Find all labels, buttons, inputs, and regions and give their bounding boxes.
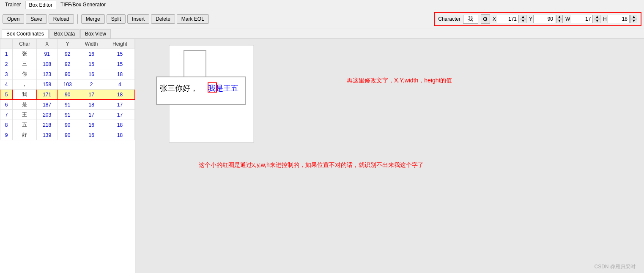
w-spin-down[interactable]: ▼	[594, 19, 600, 23]
col-header-x: X	[37, 39, 58, 49]
mark-eol-button[interactable]: Mark EOL	[177, 14, 209, 24]
table-row[interactable]: 6是187911817	[0, 100, 135, 110]
h-label: H	[603, 16, 607, 22]
cell-row-num: 1	[0, 49, 13, 59]
cell-row-num: 9	[0, 130, 13, 140]
cell-y: 90	[57, 120, 78, 130]
cell-width: 16	[78, 69, 105, 79]
watermark: CSDN @雁归采时	[594, 263, 636, 270]
cell-char: 五	[12, 120, 36, 130]
col-header-num	[0, 39, 13, 49]
reload-button[interactable]: Reload	[49, 14, 74, 24]
h-spinner[interactable]: ▲ ▼	[630, 15, 637, 23]
cell-row-num: 3	[0, 69, 13, 79]
main-layout: Char X Y Width Height 1张919216152三108921…	[0, 39, 644, 273]
annotation-bottom: 这个小的红圈是通过x,y,w,h来进控制的，如果位置不对的话，就识别不出来我这个…	[199, 161, 424, 169]
h-spin-down[interactable]: ▼	[630, 19, 637, 23]
table-row[interactable]: 2三108921515	[0, 59, 135, 69]
cell-height: 18	[105, 130, 134, 140]
char-editor: Character ⚙ X ▲ ▼ Y ▲ ▼ W ▲ ▼	[434, 12, 641, 26]
cell-x: 203	[37, 110, 58, 120]
cell-char: 我	[12, 90, 36, 100]
cell-height: 18	[105, 120, 134, 130]
y-spin-up[interactable]: ▲	[556, 15, 563, 19]
table-row[interactable]: 1张91921615	[0, 49, 135, 59]
w-spinner[interactable]: ▲ ▼	[594, 15, 600, 23]
y-input[interactable]	[533, 15, 555, 23]
table-row[interactable]: 5我171901718	[0, 90, 135, 100]
cell-row-num: 2	[0, 59, 13, 69]
cell-char: 好	[12, 130, 36, 140]
cell-y: 91	[57, 100, 78, 110]
table-row[interactable]: 9好139901618	[0, 130, 135, 140]
tab-bar: Box Coordinates Box Data Box View	[0, 28, 644, 39]
left-panel: Char X Y Width Height 1张919216152三108921…	[0, 39, 135, 273]
merge-button[interactable]: Merge	[81, 14, 105, 24]
cell-x: 187	[37, 100, 58, 110]
insert-button[interactable]: Insert	[127, 14, 149, 24]
cell-width: 17	[78, 90, 105, 100]
cell-x: 91	[37, 49, 58, 59]
menu-box-editor[interactable]: Box Editor	[25, 1, 56, 9]
cell-width: 17	[78, 110, 105, 120]
tab-box-coordinates[interactable]: Box Coordinates	[2, 29, 49, 38]
char-input[interactable]	[463, 15, 478, 24]
cell-height: 4	[105, 79, 134, 90]
y-spinner[interactable]: ▲ ▼	[556, 15, 563, 23]
x-input[interactable]	[497, 15, 519, 23]
table-row[interactable]: 7王203911717	[0, 110, 135, 120]
table-row[interactable]: 3你123901618	[0, 69, 135, 79]
cell-char: 你	[12, 69, 36, 79]
cell-y: 92	[57, 49, 78, 59]
save-button[interactable]: Save	[26, 14, 47, 24]
cell-char: 张	[12, 49, 36, 59]
x-spinner[interactable]: ▲ ▼	[520, 15, 526, 23]
menu-tiff-box-generator[interactable]: TIFF/Box Generator	[57, 1, 109, 9]
cell-row-num: 5	[0, 90, 13, 100]
x-spin-down[interactable]: ▼	[520, 19, 526, 23]
gear-button[interactable]: ⚙	[481, 14, 490, 24]
cell-char: 三	[12, 59, 36, 69]
cell-x: 108	[37, 59, 58, 69]
cell-y: 90	[57, 90, 78, 100]
table-row[interactable]: 4，15810324	[0, 79, 135, 90]
cell-x: 218	[37, 120, 58, 130]
cell-width: 16	[78, 130, 105, 140]
data-table: Char X Y Width Height 1张919216152三108921…	[0, 39, 135, 140]
cell-y: 90	[57, 69, 78, 79]
character-label: Character	[438, 16, 460, 22]
cell-width: 16	[78, 120, 105, 130]
box-visualization: 张三你好， 我是王五	[144, 43, 304, 153]
cell-char: 王	[12, 110, 36, 120]
col-header-char: Char	[12, 39, 36, 49]
split-button[interactable]: Split	[107, 14, 126, 24]
cell-width: 18	[78, 100, 105, 110]
right-panel: 张三你好， 我是王五 再这里修改文字，X,Y,width，height的值 这个…	[135, 39, 644, 273]
open-button[interactable]: Open	[3, 14, 24, 24]
cell-height: 17	[105, 100, 134, 110]
y-spin-down[interactable]: ▼	[556, 19, 563, 23]
h-spin-up[interactable]: ▲	[630, 15, 637, 19]
x-spin-up[interactable]: ▲	[520, 15, 526, 19]
y-label: Y	[529, 16, 532, 22]
tab-box-data[interactable]: Box Data	[49, 29, 79, 38]
cell-width: 16	[78, 49, 105, 59]
tab-box-view[interactable]: Box View	[80, 29, 111, 38]
cell-y: 92	[57, 59, 78, 69]
menu-trainer[interactable]: Trainer	[2, 1, 25, 9]
delete-button[interactable]: Delete	[151, 14, 175, 24]
cell-x: 158	[37, 79, 58, 90]
w-spin-up[interactable]: ▲	[594, 15, 600, 19]
cell-width: 15	[78, 59, 105, 69]
annotation-top: 再这里修改文字，X,Y,width，height的值	[347, 77, 452, 85]
h-input[interactable]	[608, 15, 630, 23]
cell-height: 15	[105, 59, 134, 69]
cell-x: 171	[37, 90, 58, 100]
cell-height: 18	[105, 69, 134, 79]
cell-char: ，	[12, 79, 36, 90]
table-row[interactable]: 8五218901618	[0, 120, 135, 130]
svg-text:张三你好，: 张三你好，	[160, 84, 198, 93]
w-input[interactable]	[571, 15, 593, 23]
cell-char: 是	[12, 100, 36, 110]
cell-height: 18	[105, 90, 134, 100]
